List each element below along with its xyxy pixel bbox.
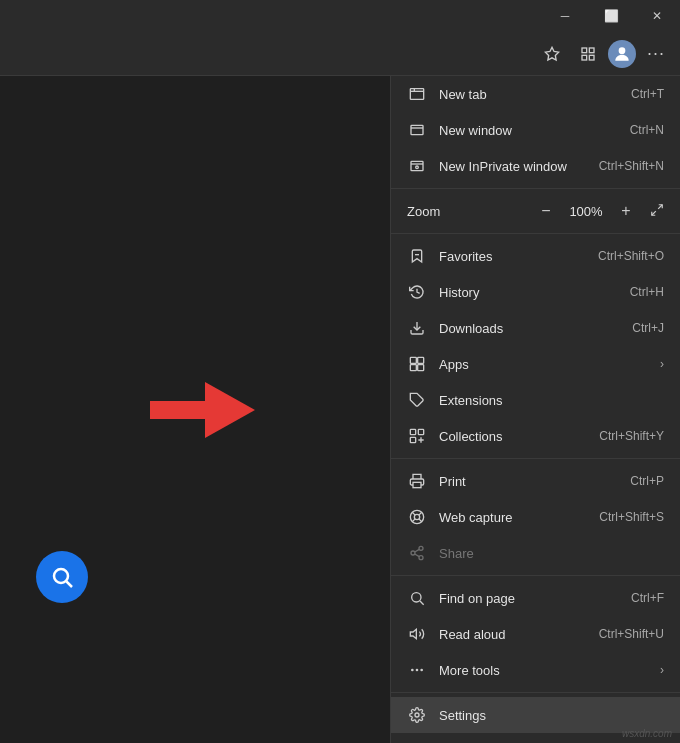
menu-item-favorites[interactable]: Favorites Ctrl+Shift+O [391,238,680,274]
new-tab-icon [407,84,427,104]
history-shortcut: Ctrl+H [630,285,664,299]
zoom-decrease-button[interactable]: − [534,199,558,223]
svg-point-5 [619,47,626,54]
divider-2 [391,233,680,234]
browser-toolbar: ··· [0,32,680,76]
print-label: Print [439,474,630,489]
svg-point-43 [421,669,422,670]
find-label: Find on page [439,591,631,606]
apps-arrow-icon: › [660,357,664,371]
menu-item-web-capture[interactable]: Web capture Ctrl+Shift+S [391,499,680,535]
favorites-label: Favorites [439,249,598,264]
svg-line-31 [412,512,415,515]
downloads-label: Downloads [439,321,632,336]
more-options-icon[interactable]: ··· [640,38,672,70]
history-icon [407,282,427,302]
svg-point-37 [419,556,423,560]
inprivate-shortcut: Ctrl+Shift+N [599,159,664,173]
minimize-button[interactable]: ─ [542,0,588,32]
svg-rect-20 [410,357,416,363]
menu-item-new-window[interactable]: New window Ctrl+N [391,112,680,148]
collections-label: Collections [439,429,599,444]
svg-rect-11 [411,125,423,134]
svg-line-38 [415,554,420,557]
zoom-expand-button[interactable] [650,203,664,220]
svg-line-34 [412,519,415,522]
read-aloud-shortcut: Ctrl+Shift+U [599,627,664,641]
svg-rect-3 [582,55,587,60]
menu-item-inprivate[interactable]: New InPrivate window Ctrl+Shift+N [391,148,680,184]
downloads-shortcut: Ctrl+J [632,321,664,335]
svg-rect-4 [589,55,594,60]
menu-item-read-aloud[interactable]: Read aloud Ctrl+Shift+U [391,616,680,652]
title-bar-controls: ─ ⬜ ✕ [542,0,680,32]
svg-rect-1 [582,48,587,53]
divider-1 [391,188,680,189]
svg-point-6 [54,569,68,583]
svg-line-16 [658,204,662,208]
read-aloud-icon [407,624,427,644]
search-button[interactable] [36,551,88,603]
history-label: History [439,285,630,300]
print-shortcut: Ctrl+P [630,474,664,488]
svg-point-45 [415,713,419,717]
menu-item-more-tools[interactable]: More tools › [391,652,680,688]
arrow-indicator [150,382,255,438]
settings-label: Settings [439,708,664,723]
main-content: New tab Ctrl+T New window Ctrl+N [0,76,680,743]
more-tools-icon [407,660,427,680]
favorites-star-icon[interactable] [536,38,568,70]
close-button[interactable]: ✕ [634,0,680,32]
svg-rect-25 [410,429,415,434]
maximize-button[interactable]: ⬜ [588,0,634,32]
svg-line-32 [419,519,422,522]
svg-marker-0 [545,47,558,60]
svg-point-40 [412,593,421,602]
menu-item-collections[interactable]: Collections Ctrl+Shift+Y [391,418,680,454]
apps-icon [407,354,427,374]
title-bar: ─ ⬜ ✕ [0,0,680,32]
favorites-shortcut: Ctrl+Shift+O [598,249,664,263]
svg-rect-2 [589,48,594,53]
collections-icon[interactable] [572,38,604,70]
divider-4 [391,575,680,576]
svg-rect-28 [413,482,421,487]
new-window-label: New window [439,123,630,138]
menu-item-extensions[interactable]: Extensions [391,382,680,418]
svg-point-15 [416,166,419,169]
zoom-label: Zoom [407,204,534,219]
web-capture-label: Web capture [439,510,599,525]
collections-shortcut: Ctrl+Shift+Y [599,429,664,443]
menu-item-new-tab[interactable]: New tab Ctrl+T [391,76,680,112]
extensions-icon [407,390,427,410]
svg-point-44 [412,669,413,670]
new-window-icon [407,120,427,140]
more-tools-arrow-icon: › [660,663,664,677]
find-icon [407,588,427,608]
favorites-icon [407,246,427,266]
svg-rect-27 [410,437,415,442]
menu-item-find[interactable]: Find on page Ctrl+F [391,580,680,616]
zoom-increase-button[interactable]: + [614,199,638,223]
share-label: Share [439,546,664,561]
svg-rect-22 [410,365,416,371]
menu-item-apps[interactable]: Apps › [391,346,680,382]
menu-item-print[interactable]: Print Ctrl+P [391,463,680,499]
menu-item-history[interactable]: History Ctrl+H [391,274,680,310]
downloads-icon [407,318,427,338]
inprivate-icon [407,156,427,176]
svg-line-33 [419,512,422,515]
menu-item-downloads[interactable]: Downloads Ctrl+J [391,310,680,346]
collections-menu-icon [407,426,427,446]
divider-5 [391,692,680,693]
svg-line-39 [415,549,420,552]
web-capture-shortcut: Ctrl+Shift+S [599,510,664,524]
read-aloud-label: Read aloud [439,627,599,642]
profile-avatar[interactable] [608,40,636,68]
svg-rect-21 [418,357,424,363]
divider-3 [391,458,680,459]
new-tab-label: New tab [439,87,631,102]
svg-line-17 [652,211,656,215]
extensions-label: Extensions [439,393,664,408]
svg-point-42 [416,669,417,670]
